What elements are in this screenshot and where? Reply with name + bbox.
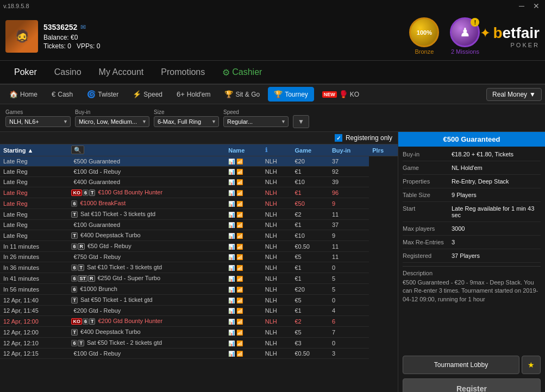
nav-promotions[interactable]: Promotions <box>152 60 214 84</box>
buyin-select[interactable]: Micro, Low, Medium... <box>75 116 149 127</box>
tab-speed[interactable]: ⚡ Speed <box>127 87 168 102</box>
tab-bar: 🏠 Home € Cash 🌀 Twister ⚡ Speed 6+ Hold'… <box>0 85 545 104</box>
panel-buttons: Tournament Lobby ★ <box>398 351 545 378</box>
tab-tourney[interactable]: 🏆 Tourney <box>268 87 314 102</box>
logo-text: betfair <box>493 24 540 42</box>
minimize-button[interactable]: ─ <box>517 2 527 10</box>
table-row[interactable]: Late Reg€100 Gtd - Rebuy📊 📶NLH€192 <box>0 167 398 177</box>
new-badge: NEW <box>322 91 337 98</box>
favorite-button[interactable]: ★ <box>522 356 541 374</box>
panel-field: GameNL Hold'em <box>403 165 541 175</box>
panel-field: StartLate Reg available for 1 min 43 sec <box>403 205 541 222</box>
description-text: €500 Guaranteed - €20 - 9max - Deep Stac… <box>403 279 541 304</box>
user-info: 53536252 ✉ Balance: €0 Tickets: 0 VPPs: … <box>43 23 409 50</box>
table-row[interactable]: Late RegKO6T€100 Gtd Bounty Hunter📊 📶NLH… <box>0 187 398 198</box>
avatar: 🧔 <box>5 20 38 53</box>
real-money-button[interactable]: Real Money ▼ <box>486 88 542 101</box>
tab-sitgo[interactable]: 🏆 Sit & Go <box>218 87 266 102</box>
close-button[interactable]: ✕ <box>531 2 542 10</box>
logo-paw-icon: ✦ <box>480 26 491 41</box>
twister-icon: 🌀 <box>87 90 96 98</box>
table-row[interactable]: 12 Apr, 12:15€100 Gtd - Rebuy📊 📶NLH€0.50… <box>0 349 398 359</box>
cash-icon: € <box>52 90 55 98</box>
size-filter-group: Size 6-Max, Full Ring <box>154 109 219 127</box>
table-row[interactable]: 12 Apr, 12:00KO6T€200 Gtd Bounty Hunter📊… <box>0 316 398 327</box>
tab-cash[interactable]: € Cash <box>46 87 79 102</box>
missions-badge[interactable]: ♟ ! 2 Missions <box>450 17 480 55</box>
table-row[interactable]: Late Reg€500 Guaranteed📊 📶NLH€2037 <box>0 156 398 167</box>
table-row[interactable]: 12 Apr, 12:106TSat €50 Ticket - 2 ticket… <box>0 338 398 349</box>
logo-sub: POKER <box>480 42 540 48</box>
tournament-lobby-button[interactable]: Tournament Lobby <box>403 356 519 374</box>
table-row[interactable]: 12 Apr, 12:00T€400 Deepstack Turbo📊 📶NLH… <box>0 327 398 338</box>
col-header-starting[interactable]: Starting ▲ <box>0 144 68 156</box>
tab-holdem[interactable]: 6+ Hold'em <box>171 87 216 102</box>
bronze-label: Bronze <box>415 48 434 55</box>
tab-home[interactable]: 🏠 Home <box>3 87 43 102</box>
col-header-search[interactable]: 🔍 <box>68 144 225 156</box>
center-icons: 100% Bronze ♟ ! 2 Missions <box>409 17 480 55</box>
table-row[interactable]: Late RegT€400 Deepstack Turbo📊 📶NLH€109 <box>0 230 398 241</box>
nav-poker[interactable]: Poker <box>5 60 46 84</box>
table-row[interactable]: 12 Apr, 11:45€200 Gtd - Rebuy📊 📶NLH€14 <box>0 306 398 316</box>
ko-icon: 🥊 <box>339 90 348 98</box>
panel-field: Max players3000 <box>403 225 541 236</box>
nav-cashier[interactable]: ⚙ Cashier <box>214 60 271 84</box>
games-select[interactable]: NLH, NL6+ <box>5 116 71 127</box>
envelope-icon[interactable]: ✉ <box>80 23 86 31</box>
registering-label: Registering only <box>346 134 392 142</box>
tournaments-list: Starting ▲ 🔍 Name ℹ Game Buy-in Plrs Lat… <box>0 144 398 359</box>
col-header-plrs[interactable]: Plrs <box>369 144 398 156</box>
user-balance: Balance: €0 <box>43 34 409 41</box>
panel-field: Buy-in€18.20 + €1.80, Tickets <box>403 151 541 161</box>
cashier-icon: ⚙ <box>222 67 230 78</box>
panel-body: Buy-in€18.20 + €1.80, TicketsGameNL Hold… <box>398 147 545 351</box>
header: 🧔 53536252 ✉ Balance: €0 Tickets: 0 VPPs… <box>0 12 545 61</box>
col-header-info: ℹ <box>262 144 292 156</box>
tab-twister[interactable]: 🌀 Twister <box>81 87 124 102</box>
filter-bar: Games NLH, NL6+ Buy-in Micro, Low, Mediu… <box>0 104 545 132</box>
speed-select[interactable]: Regular... <box>223 116 289 127</box>
user-tickets: Tickets: 0 VPPs: 0 <box>43 42 409 50</box>
table-row[interactable]: Late Reg€100 Guaranteed📊 📶NLH€137 <box>0 220 398 230</box>
tab-ko[interactable]: NEW 🥊 KO <box>316 87 365 102</box>
table-row[interactable]: In 26 minutes€750 Gtd - Rebuy📊 📶NLH€511 <box>0 252 398 262</box>
panel-field: Max Re-Entries3 <box>403 239 541 249</box>
main-content: ✓ Registering only Starting ▲ 🔍 Name ℹ G… <box>0 132 545 392</box>
nav-casino[interactable]: Casino <box>46 60 90 84</box>
panel-field: Table Size9 Players <box>403 192 541 202</box>
search-button[interactable]: 🔍 <box>71 146 84 154</box>
right-panel: €500 Guaranteed Buy-in€18.20 + €1.80, Ti… <box>398 132 545 392</box>
buyin-filter-group: Buy-in Micro, Low, Medium... <box>75 109 149 127</box>
table-row[interactable]: In 36 minutes6TSat €10 Ticket - 3 ticket… <box>0 262 398 273</box>
panel-field: Registered37 Players <box>403 252 541 263</box>
col-header-name[interactable]: Name <box>225 144 261 156</box>
tourney-icon: 🏆 <box>274 90 283 98</box>
nav-my-account[interactable]: My Account <box>90 60 153 84</box>
holdem-icon: 6+ <box>177 90 185 98</box>
nav-bar: Poker Casino My Account Promotions ⚙ Cas… <box>0 61 545 85</box>
col-header-buyin[interactable]: Buy-in <box>329 144 369 156</box>
version-label: v.18.9.5.8 <box>3 3 29 9</box>
table-row[interactable]: In 56 minutes6€1000 Brunch📊 📶NLH€205 <box>0 284 398 295</box>
table-row[interactable]: Late RegTSat €10 Ticket - 3 tickets gtd📊… <box>0 209 398 220</box>
table-row[interactable]: In 11 minutes6R€50 Gtd - Rebuy📊 📶NLH€0.5… <box>0 241 398 252</box>
filter-button[interactable]: ▼ <box>293 115 309 128</box>
size-select[interactable]: 6-Max, Full Ring <box>154 116 219 127</box>
user-id: 53536252 <box>43 23 77 31</box>
col-header-game[interactable]: Game <box>291 144 328 156</box>
registering-checkbox[interactable]: ✓ <box>335 134 342 142</box>
register-button[interactable]: Register <box>403 378 541 392</box>
sitgo-icon: 🏆 <box>224 90 233 98</box>
speed-filter-group: Speed Regular... <box>223 109 289 127</box>
panel-field: PropertiesRe-Entry, Deep Stack <box>403 178 541 188</box>
table-row[interactable]: Late Reg€400 Guaranteed📊 📶NLH€1039 <box>0 177 398 187</box>
home-icon: 🏠 <box>9 90 18 98</box>
tournament-table: ✓ Registering only Starting ▲ 🔍 Name ℹ G… <box>0 132 398 392</box>
logo: ✦ betfair POKER <box>480 24 540 48</box>
table-row[interactable]: In 41 minutes6STR€250 Gtd - Super Turbo📊… <box>0 273 398 284</box>
table-row[interactable]: Late Reg6€1000 BreakFast📊 📶NLH€509 <box>0 198 398 209</box>
missions-label: 2 Missions <box>451 48 479 55</box>
table-row[interactable]: 12 Apr, 11:40TSat €50 Ticket - 1 ticket … <box>0 295 398 306</box>
bronze-badge[interactable]: 100% Bronze <box>409 17 439 55</box>
